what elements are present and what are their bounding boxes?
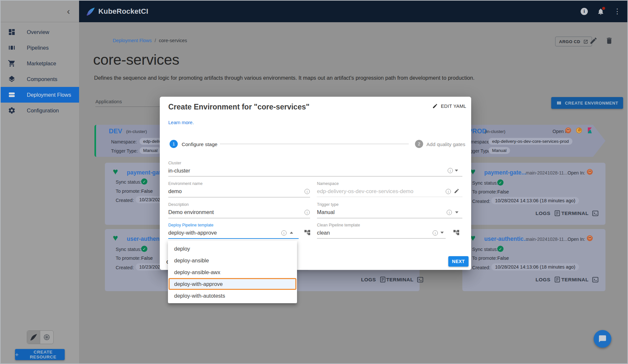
app-version: main-20241028-11...: [526, 170, 568, 175]
sidebar-item-configuration[interactable]: Configuration: [1, 103, 79, 118]
environment-link-dev[interactable]: DEV: [109, 127, 122, 135]
rocket-feather-icon: [30, 334, 37, 341]
sidebar-item-pipelines[interactable]: Pipelines: [1, 40, 79, 56]
to-promote-value: False: [497, 256, 509, 261]
deploy-template-value[interactable]: deploy-with-approve: [168, 230, 217, 236]
external-link-icon: [583, 39, 588, 44]
app-link-user-authentication[interactable]: user-authentic...: [484, 236, 528, 242]
info-icon[interactable]: i: [447, 210, 452, 215]
pipeline-tree-icon: [304, 229, 311, 236]
logs-doc-icon: [379, 276, 386, 283]
kibana-icon[interactable]: [587, 127, 593, 134]
terminal-icon: [592, 276, 599, 283]
chevron-up-icon[interactable]: [290, 232, 293, 234]
notifications-button[interactable]: [597, 8, 604, 15]
app-link-payment-gateway[interactable]: payment-gate...: [484, 169, 526, 176]
cluster-field-value[interactable]: in-cluster: [168, 168, 190, 174]
trigger-type-field-value[interactable]: Manual: [317, 209, 335, 215]
logs-button[interactable]: LOGS: [536, 276, 561, 283]
terminal-button[interactable]: TERMINAL: [561, 276, 599, 283]
logs-button[interactable]: LOGS: [536, 210, 561, 217]
chevron-down-icon[interactable]: [455, 170, 458, 172]
dashboard-icon: [8, 28, 16, 36]
dropdown-option-deploy-with-autotests[interactable]: deploy-with-autotests: [168, 290, 297, 302]
app-card-prod-user-auth: ♥ user-authentic... main-20241028-11... …: [462, 229, 605, 291]
info-icon[interactable]: i: [433, 230, 438, 236]
next-button[interactable]: NEXT: [448, 256, 469, 267]
pipelines-icon: [8, 44, 16, 52]
info-icon[interactable]: i: [305, 189, 310, 194]
trigger-chip-dev: Manual: [140, 147, 161, 154]
chat-fab-button[interactable]: [594, 330, 611, 348]
notification-badge: [602, 7, 605, 10]
clean-template-underline: [317, 238, 446, 239]
terminal-button[interactable]: TERMINAL: [386, 276, 424, 283]
view-deploy-pipeline-diagram-button[interactable]: [304, 229, 311, 236]
info-icon[interactable]: i: [448, 168, 453, 173]
created-label: Created:: [116, 265, 134, 270]
info-icon[interactable]: i: [446, 189, 451, 194]
created-label: Created:: [472, 265, 490, 270]
pencil-icon: [454, 188, 459, 194]
info-icon[interactable]: i: [305, 210, 310, 215]
delete-flow-button[interactable]: [605, 37, 613, 45]
chevron-down-icon[interactable]: [455, 211, 458, 213]
dropdown-option-deploy[interactable]: deploy: [168, 243, 297, 255]
brand-title: KubeRocketCI: [98, 7, 148, 16]
info-button[interactable]: i: [581, 8, 588, 15]
view-clean-pipeline-diagram-button[interactable]: [453, 229, 460, 236]
info-icon[interactable]: i: [281, 230, 287, 236]
environment-name-value[interactable]: demo: [168, 188, 182, 194]
argocd-icon[interactable]: [587, 169, 593, 175]
top-app-bar: KubeRocketCI i ⋮: [1, 1, 627, 22]
trigger-type-underline: [317, 218, 462, 218]
argocd-icon[interactable]: [565, 127, 571, 134]
open-in-label: Open In:: [568, 170, 585, 175]
to-promote-label: To promote:: [472, 189, 497, 194]
applications-filter[interactable]: Applications: [95, 99, 170, 107]
dialog-title: Create Environment for "core-services": [168, 103, 309, 111]
environment-card-prod: PROD (in-cluster) Open In: Namespace: ed…: [462, 125, 605, 157]
trigger-chip-prod: Manual: [488, 147, 510, 154]
krci-view-toggle-button[interactable]: [27, 331, 40, 344]
cart-icon: [8, 59, 16, 67]
sidebar-item-marketplace[interactable]: Marketplace: [1, 56, 79, 71]
edit-yaml-button[interactable]: EDIT YAML: [432, 103, 466, 109]
environment-cluster-dev: (in-cluster): [126, 129, 147, 134]
dropdown-option-deploy-ansible-awx[interactable]: deploy-ansible-awx: [168, 266, 297, 278]
topbar-actions: i ⋮: [581, 1, 621, 22]
grafana-icon[interactable]: [576, 127, 582, 134]
chevron-down-icon[interactable]: [440, 232, 444, 234]
learn-more-link[interactable]: Learn more.: [168, 120, 194, 125]
sidebar-item-components[interactable]: Components: [1, 71, 79, 87]
description-field-label: Description: [168, 202, 189, 207]
applications-filter-underline: [95, 107, 170, 107]
logs-button[interactable]: LOGS: [361, 276, 386, 283]
page-description: Defines the sequence and logic for promo…: [94, 75, 474, 81]
terminal-button[interactable]: TERMINAL: [561, 210, 599, 217]
edit-flow-button[interactable]: [589, 37, 598, 45]
clean-template-value[interactable]: clean: [317, 230, 330, 236]
sidebar-item-deployment-flows[interactable]: Deployment Flows: [1, 87, 79, 103]
environment-name-underline: [168, 197, 310, 197]
kebab-menu-button[interactable]: ⋮: [614, 8, 621, 15]
sync-status-label: Sync status:: [116, 247, 141, 252]
created-chip: 10/28/2024 14:13:06 (18 minutes ago): [491, 197, 579, 204]
description-field-value[interactable]: Demo environment: [168, 209, 214, 215]
dropdown-option-deploy-with-approve[interactable]: deploy-with-approve: [169, 278, 296, 290]
deploy-template-underline: [168, 238, 299, 239]
sidebar-collapse-button[interactable]: ‹: [67, 7, 70, 16]
stepper-connector: [220, 144, 409, 144]
sync-check-icon: ✓: [497, 246, 504, 252]
create-environment-button[interactable]: CREATE ENVIRONMENT: [551, 97, 623, 109]
edit-namespace-button[interactable]: [454, 188, 459, 194]
kubernetes-view-toggle-button[interactable]: [40, 331, 53, 344]
dropdown-option-deploy-ansible[interactable]: deploy-ansible: [168, 255, 297, 266]
pipeline-tree-icon: [453, 229, 460, 236]
breadcrumb-deployment-flows[interactable]: Deployment Flows: [113, 38, 152, 43]
argocd-icon[interactable]: [587, 235, 593, 241]
create-resource-button[interactable]: + CREATE RESOURCE: [15, 349, 65, 360]
sidebar-item-overview[interactable]: Overview: [1, 24, 79, 40]
argo-cd-button[interactable]: ARGO CD: [555, 37, 592, 46]
deploy-template-label: Deploy Pipeline template: [168, 223, 213, 227]
